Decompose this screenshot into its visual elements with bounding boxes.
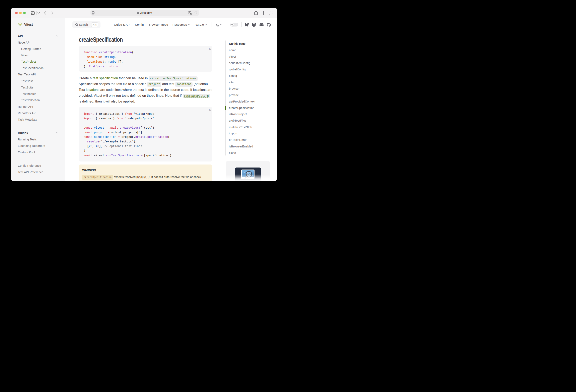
svg-text:A: A (189, 12, 190, 14)
